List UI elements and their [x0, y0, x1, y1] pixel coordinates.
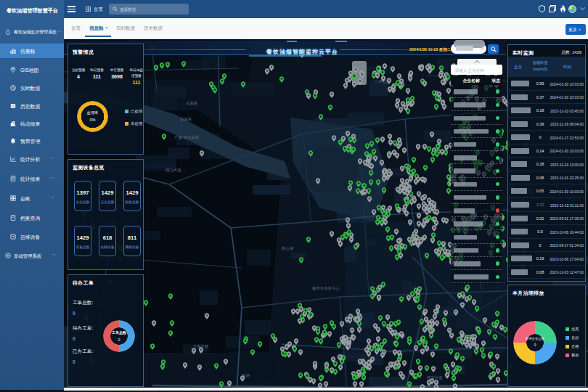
- svg-text:青山湖: 青山湖: [282, 246, 293, 250]
- svg-text:西九大道: 西九大道: [166, 168, 181, 173]
- svg-text:惠州市体育中心: 惠州市体育中心: [311, 286, 340, 290]
- svg-text:广厦·洛水花苑: 广厦·洛水花苑: [174, 135, 200, 140]
- svg-text:迎宾大道: 迎宾大道: [427, 375, 443, 380]
- svg-text:毛家村: 毛家村: [180, 117, 192, 122]
- svg-text:水富路: 水富路: [186, 101, 198, 106]
